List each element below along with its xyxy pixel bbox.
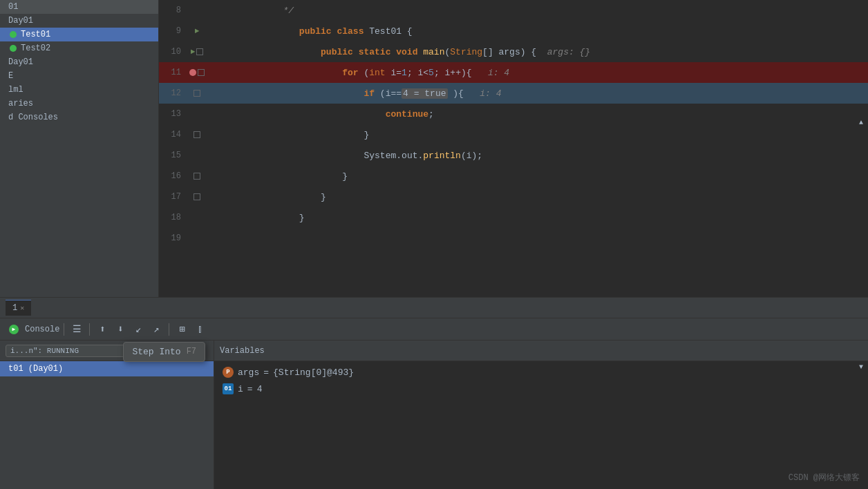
- code-line-19: 19: [159, 228, 868, 249]
- line-num-11: 11: [159, 68, 187, 77]
- line-num-16: 16: [159, 171, 187, 181]
- tab-1-label: 1: [12, 303, 17, 313]
- session-up-btn[interactable]: ▲: [139, 344, 153, 358]
- list-btn[interactable]: ☰: [68, 321, 85, 338]
- sidebar-label-test02: Test02: [21, 44, 50, 53]
- add-btn[interactable]: +: [191, 343, 208, 359]
- var-equals-i: =: [247, 384, 253, 394]
- line-num-9: 9: [159, 26, 187, 36]
- frame-item-0[interactable]: t01 (Day01): [0, 361, 214, 376]
- gutter-17: [187, 193, 207, 200]
- sidebar-item-01[interactable]: 01: [0, 0, 158, 14]
- gutter-16: [187, 173, 207, 180]
- filter-icon: ⊘: [178, 345, 183, 356]
- var-value-i: 4: [257, 384, 263, 394]
- debug-sessions: i...n": RUNNING ▼ ▲ ▼ ⊘ +: [0, 341, 214, 361]
- sidebar-item-day01[interactable]: Day01: [0, 14, 158, 28]
- sidebar-label-e: E: [8, 71, 13, 81]
- variables-header: Variables: [214, 341, 868, 361]
- line-num-18: 18: [159, 213, 187, 222]
- line-num-15: 15: [159, 151, 187, 160]
- sidebar-item-day01b[interactable]: Day01: [0, 55, 158, 69]
- separator-3: [169, 323, 169, 336]
- bottom-tabs-bar: 1 ✕: [0, 298, 868, 318]
- step-into-icon: ↙: [135, 323, 141, 335]
- bookmark-11: [198, 69, 205, 76]
- grid-btn[interactable]: ⊞: [173, 321, 190, 338]
- restore-btn[interactable]: ⬆: [94, 321, 111, 338]
- sidebar-label-test01: Test01: [21, 30, 50, 39]
- session-label: i...n": RUNNING: [10, 347, 79, 355]
- sidebar-label-consoles: d Consoles: [8, 113, 58, 122]
- frames-list: t01 (Day01): [0, 361, 214, 489]
- var-item-args[interactable]: P args = {String[0]@493}: [214, 364, 868, 381]
- separator-2: [89, 323, 90, 336]
- step-into-btn[interactable]: ↙ Step Into F7: [130, 321, 147, 338]
- watermark: CSDN @网络大镖客: [789, 472, 860, 483]
- session-dropdown[interactable]: i...n": RUNNING ▼: [6, 345, 136, 357]
- console-icon: ▶: [9, 325, 19, 334]
- console-label: Console: [25, 325, 59, 334]
- sidebar-label-aries: aries: [8, 99, 33, 108]
- filter-btn[interactable]: ⊘: [172, 343, 189, 359]
- sidebar-item-test01[interactable]: Test01: [0, 28, 158, 41]
- bookmark-14: [194, 131, 200, 138]
- bookmark-17: [194, 193, 200, 200]
- step-down-icon: ⬇: [117, 323, 123, 335]
- file-icon-test02: [8, 44, 18, 53]
- var-icon-i: 01: [223, 383, 234, 394]
- variables-panel: Variables P args = {String[0]@493} 01 i …: [214, 341, 868, 489]
- gutter-11: [187, 69, 207, 76]
- line-num-17: 17: [159, 192, 187, 202]
- line-num-12: 12: [159, 88, 187, 98]
- line-num-10: 10: [159, 47, 187, 57]
- sidebar-label-day01b: Day01: [8, 57, 33, 67]
- sidebar-item-aries[interactable]: aries: [0, 97, 158, 111]
- variables-title: Variables: [220, 346, 265, 356]
- var-name-args: args: [238, 367, 259, 378]
- split-btn[interactable]: ⫿: [191, 321, 208, 338]
- add-icon: +: [197, 345, 202, 356]
- gutter-14: [187, 131, 207, 138]
- frame-label-0: t01 (Day01): [8, 364, 63, 374]
- var-icon-args: P: [223, 367, 234, 378]
- console-btn[interactable]: ▶: [6, 321, 22, 338]
- run-arrow-9: ►: [195, 27, 200, 35]
- line-num-13: 13: [159, 109, 187, 119]
- debug-icon-bar: ▶ Console ☰ ⬆ ⬇ ↙ Step Into F7: [0, 318, 868, 341]
- grid-icon: ⊞: [179, 323, 185, 335]
- step-out-btn[interactable]: ↗: [148, 321, 164, 338]
- var-name-i: i: [238, 384, 243, 394]
- debug-panel: i...n": RUNNING ▼ ▲ ▼ ⊘ + t01 (Day01): [0, 341, 214, 489]
- tab-1[interactable]: 1 ✕: [6, 300, 31, 316]
- step-down-btn[interactable]: ⬇: [112, 321, 129, 338]
- code-editor: 8 */ 9 ► public class Test01 {: [159, 0, 868, 297]
- line-num-8: 8: [159, 6, 187, 15]
- line-num-19: 19: [159, 233, 187, 243]
- sidebar-item-consoles[interactable]: d Consoles: [0, 111, 158, 124]
- var-item-i[interactable]: 01 i = 4: [214, 381, 868, 397]
- dropdown-arrow-icon: ▼: [126, 347, 131, 355]
- sidebar-label-lml: lml: [8, 85, 23, 95]
- gutter-10: ►: [187, 48, 207, 56]
- gutter-12: [187, 90, 207, 97]
- split-icon: ⫿: [198, 324, 202, 335]
- file-icon-test01: [8, 30, 18, 39]
- sidebar-item-test02[interactable]: Test02: [0, 41, 158, 55]
- variables-list: P args = {String[0]@493} 01 i = 4: [214, 361, 868, 489]
- sidebar-label-day01: Day01: [8, 16, 33, 26]
- sidebar-item-e[interactable]: E: [0, 69, 158, 83]
- run-arrow-10: ►: [191, 48, 196, 56]
- bottom-content: i...n": RUNNING ▼ ▲ ▼ ⊘ + t01 (Day01): [0, 341, 868, 489]
- breakpoint-dot-11: [189, 69, 196, 76]
- sidebar-item-lml[interactable]: lml: [0, 83, 158, 97]
- sidebar-label-01: 01: [8, 2, 18, 12]
- tab-1-close[interactable]: ✕: [20, 304, 24, 312]
- bookmark-12: [194, 90, 200, 97]
- var-value-args: {String[0]@493}: [273, 367, 354, 378]
- gutter-9: ►: [187, 27, 207, 35]
- code-lines: 8 */ 9 ► public class Test01 {: [159, 0, 868, 297]
- session-down-btn[interactable]: ▼: [155, 344, 169, 358]
- step-out-icon: ↗: [153, 323, 159, 335]
- restore-icon: ⬆: [100, 323, 105, 335]
